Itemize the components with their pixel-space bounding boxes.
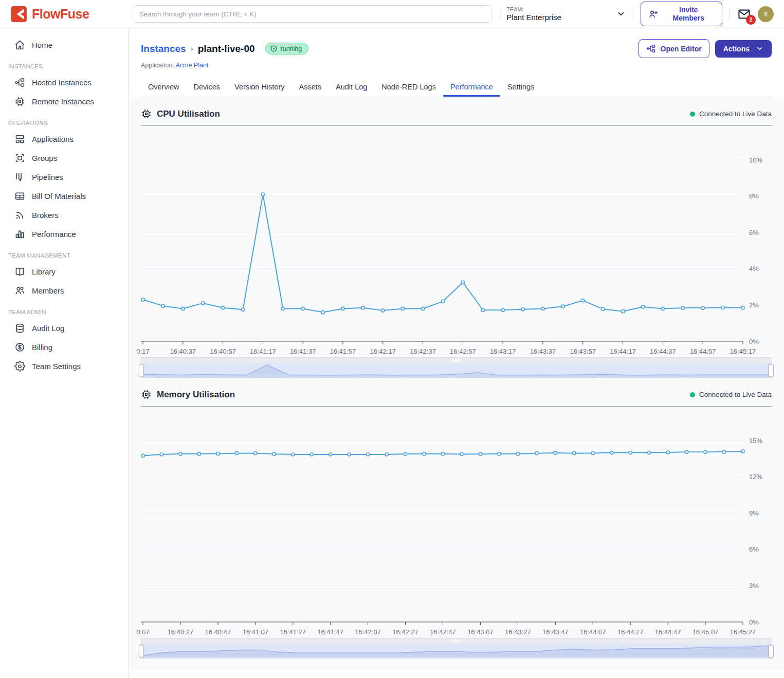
- sidebar-item-library[interactable]: Library: [0, 262, 128, 281]
- flowfuse-logo-icon: [10, 6, 27, 23]
- brokers-icon: [14, 210, 25, 221]
- cpu-utilisation-chart[interactable]: 0%2%4%6%8%10%0:1716:40:3716:40:5716:41:1…: [141, 127, 772, 353]
- memory-navigator-band[interactable]: [141, 644, 772, 658]
- cpu-chart-navigator[interactable]: [141, 357, 772, 378]
- svg-text:16:42:57: 16:42:57: [450, 347, 476, 355]
- memory-navigator-left-handle[interactable]: [139, 645, 144, 657]
- memory-navigator-right-handle[interactable]: [769, 645, 774, 657]
- sidebar-item-hosted-instances[interactable]: Hosted Instances: [0, 73, 128, 92]
- flowfuse-logo[interactable]: FlowFuse: [0, 6, 133, 23]
- sidebar-item-remote-instances[interactable]: Remote Instances: [0, 92, 128, 111]
- divider: [633, 7, 633, 21]
- members-icon: [14, 285, 25, 296]
- cpu-navigator-right-handle[interactable]: [769, 364, 774, 377]
- svg-text:16:44:47: 16:44:47: [655, 628, 681, 636]
- editor-flow-icon: [646, 44, 656, 53]
- tab-settings[interactable]: Settings: [500, 78, 541, 97]
- sidebar-item-team-settings[interactable]: Team Settings: [0, 357, 128, 376]
- svg-text:16:44:57: 16:44:57: [690, 347, 716, 355]
- user-plus-icon: [648, 9, 658, 19]
- sidebar-item-applications[interactable]: Applications: [0, 130, 128, 149]
- svg-text:16:43:57: 16:43:57: [570, 347, 596, 355]
- sidebar-item-groups[interactable]: Groups: [0, 149, 128, 168]
- svg-text:16:40:47: 16:40:47: [205, 628, 231, 636]
- section-divider: [141, 125, 772, 126]
- breadcrumb-instances-link[interactable]: Instances: [141, 43, 186, 54]
- sidebar: Home INSTANCES Hosted Instances Remote I…: [0, 28, 129, 678]
- divider: [499, 7, 499, 21]
- svg-text:16:43:17: 16:43:17: [490, 347, 516, 355]
- page-header: Instances › plant-live-00 running Open E…: [129, 28, 784, 97]
- top-navbar: FlowFuse TEAM: Plant Enterprise Invite M…: [0, 0, 784, 28]
- memory-navigator-minichart: [141, 644, 771, 657]
- svg-text:9%: 9%: [749, 509, 759, 517]
- svg-text:6%: 6%: [749, 229, 759, 236]
- cpu-chip-icon: [141, 108, 152, 119]
- invite-members-button[interactable]: Invite Members: [641, 2, 723, 26]
- sidebar-item-brokers[interactable]: Brokers: [0, 206, 128, 225]
- search-input[interactable]: [133, 5, 492, 23]
- sidebar-section-team-admin: TEAM ADMIN: [0, 300, 128, 319]
- svg-text:16:40:37: 16:40:37: [170, 347, 196, 355]
- actions-button[interactable]: Actions: [715, 40, 772, 58]
- open-editor-button[interactable]: Open Editor: [639, 39, 709, 58]
- groups-icon: [14, 153, 25, 163]
- svg-text:8%: 8%: [749, 192, 759, 200]
- sidebar-item-performance[interactable]: Performance: [0, 225, 128, 244]
- cpu-navigator-minichart: [141, 363, 771, 377]
- application-link[interactable]: Acme Plant: [175, 62, 208, 69]
- svg-text:16:44:07: 16:44:07: [580, 628, 606, 636]
- cpu-live-status: Connected to Live Data: [690, 110, 772, 118]
- svg-text:16:41:57: 16:41:57: [330, 347, 356, 355]
- svg-text:16:45:27: 16:45:27: [730, 628, 756, 636]
- team-label: TEAM:: [506, 6, 561, 12]
- svg-text:16:42:37: 16:42:37: [410, 347, 436, 355]
- notification-count-badge: 2: [746, 15, 756, 25]
- svg-text:6%: 6%: [749, 545, 759, 553]
- sidebar-item-bill-of-materials[interactable]: Bill Of Materials: [0, 187, 128, 206]
- chevron-down-icon: [616, 9, 626, 19]
- cpu-navigator-left-handle[interactable]: [139, 364, 144, 377]
- svg-text:16:42:27: 16:42:27: [392, 628, 418, 636]
- notifications-button[interactable]: 2: [737, 7, 751, 21]
- svg-text:16:41:27: 16:41:27: [280, 628, 306, 636]
- library-icon: [14, 266, 25, 277]
- section-divider: [141, 406, 772, 407]
- memory-utilisation-chart[interactable]: 0%3%6%9%12%15%0:0716:40:2716:40:4716:41:…: [141, 408, 772, 634]
- live-dot-icon: [690, 112, 695, 117]
- remote-instances-icon: [14, 96, 25, 107]
- svg-text:0%: 0%: [749, 618, 759, 626]
- svg-text:0:07: 0:07: [136, 628, 149, 636]
- tab-version-history[interactable]: Version History: [227, 78, 292, 97]
- team-selector[interactable]: TEAM: Plant Enterprise: [506, 6, 625, 22]
- navbar-right: TEAM: Plant Enterprise Invite Members 2 …: [491, 2, 784, 26]
- grip-icon: [452, 359, 461, 362]
- tab-overview[interactable]: Overview: [141, 78, 186, 97]
- svg-text:16:44:17: 16:44:17: [610, 347, 636, 355]
- tab-node-red-logs[interactable]: Node-RED Logs: [374, 78, 443, 97]
- tab-audit-log[interactable]: Audit Log: [329, 78, 374, 97]
- brand-wordmark: FlowFuse: [32, 7, 89, 22]
- billing-icon: [14, 342, 25, 353]
- user-avatar[interactable]: fl: [758, 6, 774, 22]
- sidebar-item-pipelines[interactable]: Pipelines: [0, 168, 128, 187]
- tab-assets[interactable]: Assets: [292, 78, 329, 97]
- sidebar-item-home[interactable]: Home: [0, 35, 128, 54]
- tab-devices[interactable]: Devices: [186, 78, 227, 97]
- svg-text:4%: 4%: [749, 265, 759, 272]
- main-content: Instances › plant-live-00 running Open E…: [129, 0, 784, 671]
- svg-text:12%: 12%: [749, 473, 762, 481]
- memory-live-status: Connected to Live Data: [690, 391, 772, 398]
- cpu-navigator-grip[interactable]: [141, 357, 772, 363]
- header-actions: Open Editor Actions: [639, 39, 772, 58]
- chevron-down-icon: [756, 45, 763, 52]
- cpu-navigator-band[interactable]: [141, 363, 772, 378]
- gear-icon: [14, 361, 25, 372]
- sidebar-item-audit-log[interactable]: Audit Log: [0, 319, 128, 338]
- sidebar-item-billing[interactable]: Billing: [0, 338, 128, 357]
- home-icon: [14, 40, 25, 50]
- memory-navigator-grip[interactable]: [141, 638, 772, 644]
- memory-chart-navigator[interactable]: [141, 638, 772, 658]
- sidebar-item-members[interactable]: Members: [0, 281, 128, 300]
- tab-performance[interactable]: Performance: [443, 78, 500, 97]
